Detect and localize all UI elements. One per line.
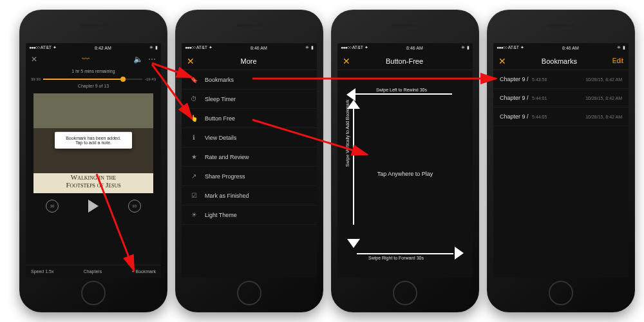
status-bar: ●●●○○ AT&T ✦ 8:42 AM ✳▮ bbox=[26, 43, 161, 52]
status-bar: ●●●○○ AT&T ✦ 8:46 AM ✳▮ bbox=[182, 43, 317, 52]
star-icon: ★ bbox=[189, 153, 198, 160]
sun-icon: ☀ bbox=[189, 211, 198, 218]
menu-item-rate-review[interactable]: ★ Rate and Review bbox=[182, 147, 317, 167]
touch-icon: 👆 bbox=[189, 115, 198, 122]
page-title: More bbox=[194, 57, 303, 65]
audible-logo-icon: 〰 bbox=[82, 55, 90, 64]
edit-button[interactable]: Edit bbox=[612, 57, 623, 64]
remaining-time: -19:43 bbox=[145, 77, 156, 81]
phone-button-free: ●●●○○ AT&T ✦ 8:46 AM ✳▮ ✕ Button-Free Ta… bbox=[331, 10, 479, 312]
menu-item-button-free[interactable]: 👆 Button Free bbox=[182, 109, 317, 128]
play-button[interactable] bbox=[88, 200, 99, 213]
close-icon[interactable]: ✕ bbox=[498, 56, 506, 66]
close-icon[interactable]: ✕ bbox=[343, 56, 350, 66]
status-bar: ●●●○○ AT&T ✦ 8:46 AM ✳▮ bbox=[337, 43, 473, 52]
phone-more-menu: ●●●○○ AT&T ✦ 8:46 AM ✳▮ ✕ More 🔖 Bookmar… bbox=[175, 10, 323, 312]
progress-slider[interactable] bbox=[43, 79, 142, 80]
add-bookmark-button[interactable]: + Bookmark bbox=[131, 269, 156, 274]
clock: 8:46 AM bbox=[562, 46, 579, 50]
cover-art: Walking in the Footsteps of Jesus Bookma… bbox=[33, 93, 153, 193]
tap-hint: Tap Anywhere to Play bbox=[377, 171, 433, 177]
status-bar: ●●●○○ AT&T ✦ 8:46 AM ✳▮ bbox=[493, 43, 629, 52]
menu-item-bookmarks[interactable]: 🔖 Bookmarks bbox=[182, 70, 317, 90]
back-30-button[interactable]: 30 bbox=[46, 200, 59, 213]
arrow-right-icon bbox=[455, 247, 464, 260]
clock: 8:46 AM bbox=[251, 46, 267, 50]
swipe-left-label: Swipe Left to Rewind 30s bbox=[376, 88, 427, 92]
bookmark-row[interactable]: Chapter 9 / 5:43:56 10/28/15, 8:42 AM bbox=[493, 70, 629, 89]
phone-player: ●●●○○ AT&T ✦ 8:42 AM ✳▮ ✕ 〰 🔈 ⋯ 1 hr 5 m… bbox=[19, 10, 167, 312]
screen-more: ●●●○○ AT&T ✦ 8:46 AM ✳▮ ✕ More 🔖 Bookmar… bbox=[182, 43, 317, 278]
share-icon: ↗ bbox=[189, 173, 198, 180]
chapters-button[interactable]: Chapters bbox=[84, 269, 102, 274]
clock: 8:42 AM bbox=[95, 46, 111, 50]
info-icon: ℹ bbox=[189, 134, 198, 141]
menu-item-mark-finished[interactable]: ☑ Mark as Finished bbox=[182, 186, 317, 205]
menu-item-view-details[interactable]: ℹ View Details bbox=[182, 128, 317, 147]
close-icon[interactable]: ✕ bbox=[31, 55, 37, 64]
bookmark-row[interactable]: Chapter 9 / 5:44:01 10/28/15, 8:42 AM bbox=[493, 89, 629, 108]
clock: 8:46 AM bbox=[406, 46, 423, 50]
arrow-down-icon bbox=[347, 239, 360, 248]
phone-bookmarks: ●●●○○ AT&T ✦ 8:46 AM ✳▮ ✕ Bookmarks Edit… bbox=[487, 10, 635, 312]
menu-item-share-progress[interactable]: ↗ Share Progress bbox=[182, 167, 317, 186]
check-icon: ☑ bbox=[189, 192, 198, 199]
screen-bookmarks: ●●●○○ AT&T ✦ 8:46 AM ✳▮ ✕ Bookmarks Edit… bbox=[493, 43, 629, 278]
page-title: Button-Free bbox=[350, 57, 459, 65]
more-icon[interactable]: ⋯ bbox=[148, 55, 156, 64]
bookmark-toast[interactable]: Bookmark has been added. Tap to add a no… bbox=[55, 131, 132, 148]
page-title: Bookmarks bbox=[506, 57, 612, 65]
forward-30-button[interactable]: 30 bbox=[128, 200, 141, 213]
bookmark-icon: 🔖 bbox=[189, 76, 198, 83]
swipe-right-label: Swipe Right to Forward 30s bbox=[368, 256, 424, 260]
time-remaining: 1 hr 5 mins remaining bbox=[26, 69, 161, 73]
menu-item-light-theme[interactable]: ☀ Light Theme bbox=[182, 205, 317, 225]
swipe-vertical-label: Swipe Vertically to Add Bookmark bbox=[345, 100, 350, 167]
volume-icon[interactable]: 🔈 bbox=[133, 55, 143, 64]
timer-icon: ⏱ bbox=[189, 95, 198, 102]
gesture-area[interactable]: Tap Anywhere to Play Swipe Left to Rewin… bbox=[337, 70, 473, 278]
chapter-label: Chapter 9 of 13 bbox=[26, 82, 161, 90]
speed-button[interactable]: Speed 1.5x bbox=[31, 269, 53, 274]
screen-button-free: ●●●○○ AT&T ✦ 8:46 AM ✳▮ ✕ Button-Free Ta… bbox=[337, 43, 473, 278]
menu-item-sleep-timer[interactable]: ⏱ Sleep Timer bbox=[182, 90, 317, 109]
close-icon[interactable]: ✕ bbox=[187, 56, 194, 66]
bookmark-row[interactable]: Chapter 9 / 5:44:05 10/28/15, 8:42 AM bbox=[493, 108, 629, 126]
elapsed-time: 39:30 bbox=[31, 77, 41, 81]
screen-player: ●●●○○ AT&T ✦ 8:42 AM ✳▮ ✕ 〰 🔈 ⋯ 1 hr 5 m… bbox=[26, 43, 161, 278]
